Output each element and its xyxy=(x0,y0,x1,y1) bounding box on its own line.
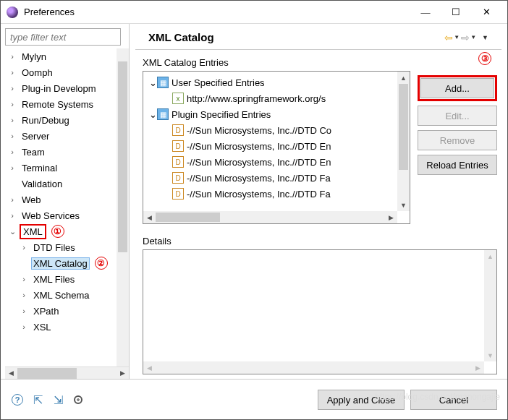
help-icon[interactable]: ? xyxy=(11,393,24,406)
collapse-icon[interactable]: ⌄ xyxy=(8,227,17,236)
tree-item[interactable]: Web Services xyxy=(20,210,82,222)
expand-icon[interactable]: › xyxy=(20,243,28,252)
annotation-1: ① xyxy=(51,225,64,238)
nav-history: ⇦▼ ⇨▼ ▼ xyxy=(444,32,488,43)
entries-buttons: ③ Add... Edit... Remove Reload Entries xyxy=(418,71,497,224)
collapse-icon[interactable]: ⌄ xyxy=(149,109,157,120)
sidebar-vertical-scrollbar[interactable] xyxy=(117,48,129,367)
tree-item[interactable]: Mylyn xyxy=(20,51,48,63)
tree-item[interactable]: Web xyxy=(20,194,43,206)
expand-icon[interactable]: › xyxy=(20,291,28,299)
view-menu-icon[interactable]: ▼ xyxy=(482,34,488,41)
expand-icon[interactable]: › xyxy=(8,100,17,108)
annotation-2: ② xyxy=(95,257,108,270)
dtd-file-icon: D xyxy=(172,188,184,200)
dtd-file-icon: D xyxy=(172,156,184,168)
catalog-entry[interactable]: http://www.springframework.org/s xyxy=(187,93,326,104)
details-panel: ▲▼ ◀▶ xyxy=(143,249,497,374)
tree-item-xml-catalog[interactable]: XML Catalog xyxy=(31,257,90,270)
dialog-footer: ? ⇱ ⇲ Apply and Close Cancel xyxy=(1,379,507,420)
export-icon[interactable]: ⇲ xyxy=(51,393,64,406)
dropdown-icon[interactable]: ▼ xyxy=(454,34,460,40)
nav-back-icon[interactable]: ⇦ xyxy=(444,32,453,43)
main-header: XML Catalog ⇦▼ ⇨▼ ▼ xyxy=(135,24,501,50)
entries-vertical-scrollbar[interactable]: ▲▼ xyxy=(397,72,410,211)
tree-item[interactable]: XPath xyxy=(31,305,61,317)
catalog-entry[interactable]: -//Sun Microsystems, Inc.//DTD Co xyxy=(187,125,331,136)
tree-item[interactable]: Validation xyxy=(20,178,64,190)
tree-item[interactable]: XML Schema xyxy=(31,289,92,301)
tree-item[interactable]: Terminal xyxy=(20,162,59,174)
expand-icon[interactable]: › xyxy=(8,84,17,93)
expand-icon[interactable]: › xyxy=(8,132,17,140)
catalog-entry[interactable]: -//Sun Microsystems, Inc.//DTD Fa xyxy=(187,173,331,184)
tree-item[interactable]: Oomph xyxy=(20,67,55,79)
expand-icon[interactable]: › xyxy=(8,68,17,77)
cancel-button[interactable]: Cancel xyxy=(410,390,497,410)
import-icon[interactable]: ⇱ xyxy=(31,393,44,406)
tree-item[interactable]: Remote Systems xyxy=(20,98,96,111)
dialog-body: ›Mylyn ›Oomph ›Plug-in Developm ›Remote … xyxy=(1,24,507,379)
tree-item[interactable]: Team xyxy=(20,146,47,158)
expand-icon[interactable]: › xyxy=(8,195,17,204)
catalog-entry[interactable]: -//Sun Microsystems, Inc.//DTD Fa xyxy=(187,189,331,200)
preferences-window: Preferences — ☐ ✕ ›Mylyn ›Oomph ›Plug-in… xyxy=(0,0,508,420)
annotation-box-add: Add... xyxy=(418,75,497,101)
maximize-button[interactable]: ☐ xyxy=(441,1,471,23)
entries-horizontal-scrollbar[interactable]: ◀▶ xyxy=(143,211,397,223)
footer-toolbar: ? ⇱ ⇲ xyxy=(11,393,85,406)
tree-item[interactable]: XSL xyxy=(31,321,54,333)
nav-forward-icon[interactable]: ⇨ xyxy=(461,32,470,43)
main-content: XML Catalog Entries ⌄▦User Specified Ent… xyxy=(130,50,507,379)
collapse-icon[interactable]: ⌄ xyxy=(149,77,157,88)
add-button[interactable]: Add... xyxy=(420,78,494,98)
folder-icon: ▦ xyxy=(157,77,169,88)
catalog-entry[interactable]: -//Sun Microsystems, Inc.//DTD En xyxy=(187,141,331,152)
filter-input[interactable] xyxy=(5,28,121,46)
dtd-file-icon: D xyxy=(172,172,184,184)
preferences-sidebar: ›Mylyn ›Oomph ›Plug-in Developm ›Remote … xyxy=(1,24,130,379)
reload-entries-button[interactable]: Reload Entries xyxy=(418,155,497,175)
entries-group-user[interactable]: User Specified Entries xyxy=(172,77,265,88)
expand-icon[interactable]: › xyxy=(8,211,17,220)
folder-icon: ▦ xyxy=(157,108,169,120)
details-vertical-scrollbar[interactable]: ▲▼ xyxy=(484,250,496,361)
expand-icon[interactable]: › xyxy=(20,307,28,315)
details-horizontal-scrollbar[interactable]: ◀▶ xyxy=(143,361,484,374)
annotation-3: ③ xyxy=(478,52,491,65)
apply-and-close-button[interactable]: Apply and Close xyxy=(318,390,405,410)
catalog-entries-tree[interactable]: ⌄▦User Specified Entries xhttp://www.spr… xyxy=(143,71,410,224)
sidebar-horizontal-scrollbar[interactable]: ◀▶ xyxy=(5,367,129,379)
eclipse-icon xyxy=(7,7,18,18)
titlebar: Preferences — ☐ ✕ xyxy=(1,1,507,24)
oomph-record-icon[interactable] xyxy=(72,393,85,406)
dtd-file-icon: D xyxy=(172,124,184,136)
tree-item-xml[interactable]: XML xyxy=(20,224,46,239)
tree-item[interactable]: XML Files xyxy=(31,273,77,286)
window-title: Preferences xyxy=(24,7,410,17)
edit-button: Edit... xyxy=(418,106,497,126)
xml-file-icon: x xyxy=(172,93,184,104)
main-panel: XML Catalog ⇦▼ ⇨▼ ▼ XML Catalog Entries … xyxy=(130,24,507,379)
entries-label: XML Catalog Entries xyxy=(143,57,497,68)
catalog-entry[interactable]: -//Sun Microsystems, Inc.//DTD En xyxy=(187,157,331,168)
details-label: Details xyxy=(143,236,497,247)
expand-icon[interactable]: › xyxy=(8,116,17,124)
tree-item[interactable]: Run/Debug xyxy=(20,114,72,127)
tree-item[interactable]: Plug-in Developm xyxy=(20,82,98,95)
remove-button: Remove xyxy=(418,130,497,150)
tree-item[interactable]: Server xyxy=(20,130,51,142)
tree-item[interactable]: DTD Files xyxy=(31,241,77,254)
minimize-button[interactable]: — xyxy=(410,1,441,23)
entries-group-plugin[interactable]: Plugin Specified Entries xyxy=(172,109,271,120)
expand-icon[interactable]: › xyxy=(20,322,28,331)
window-controls: — ☐ ✕ xyxy=(410,1,501,23)
expand-icon[interactable]: › xyxy=(8,147,17,156)
dtd-file-icon: D xyxy=(172,140,184,152)
expand-icon[interactable]: › xyxy=(20,275,28,283)
dropdown-icon[interactable]: ▼ xyxy=(470,34,476,40)
close-button[interactable]: ✕ xyxy=(471,1,501,23)
preferences-tree[interactable]: ›Mylyn ›Oomph ›Plug-in Developm ›Remote … xyxy=(5,48,129,367)
expand-icon[interactable]: › xyxy=(8,163,17,172)
expand-icon[interactable]: › xyxy=(8,52,17,61)
